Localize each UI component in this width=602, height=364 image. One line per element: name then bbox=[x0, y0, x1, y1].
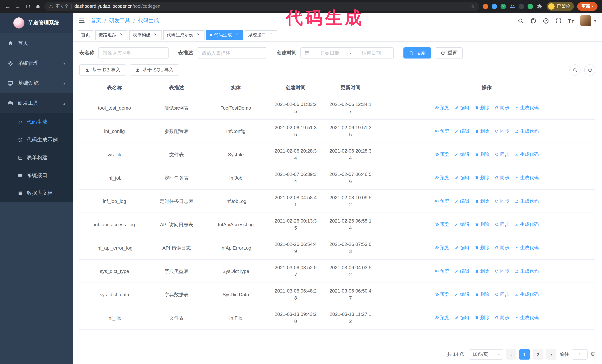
bookmark-star-icon[interactable]: ☆ bbox=[471, 3, 475, 9]
tab-home[interactable]: 首页 bbox=[78, 30, 93, 40]
sidebar-item-home[interactable]: 首页 bbox=[0, 33, 73, 53]
delete-link[interactable]: 删除 bbox=[474, 268, 489, 275]
help-icon[interactable] bbox=[543, 18, 549, 24]
tab-trace[interactable]: 链路追踪 × bbox=[95, 30, 128, 40]
generate-code-link[interactable]: 生成代码 bbox=[515, 314, 539, 321]
generate-code-link[interactable]: 生成代码 bbox=[515, 268, 539, 275]
font-size-icon[interactable]: TT bbox=[568, 18, 574, 24]
app-logo[interactable]: 芋道管理系统 bbox=[0, 13, 73, 33]
sync-link[interactable]: 同步 bbox=[494, 151, 509, 158]
edit-link[interactable]: 编辑 bbox=[455, 198, 469, 205]
import-db-button[interactable]: 基于 DB 导入 bbox=[79, 64, 126, 75]
address-bar[interactable]: ⚠ 不安全 dashboard.yudao.iocoder.cn/tool/co… bbox=[44, 2, 480, 11]
delete-link[interactable]: 删除 bbox=[474, 314, 489, 321]
sync-link[interactable]: 同步 bbox=[494, 104, 509, 111]
generate-code-link[interactable]: 生成代码 bbox=[515, 244, 539, 251]
sidebar-item-codegen[interactable]: 代码生成 bbox=[0, 113, 73, 131]
caret-down-icon[interactable]: ▾ bbox=[594, 19, 596, 23]
profile-chip[interactable]: 已暂停 bbox=[547, 2, 574, 11]
generate-code-link[interactable]: 生成代码 bbox=[515, 128, 539, 135]
prev-page-button[interactable]: ‹ bbox=[506, 349, 516, 360]
extension-icon[interactable] bbox=[483, 3, 488, 9]
extension-icon[interactable]: V bbox=[501, 3, 506, 9]
sync-link[interactable]: 同步 bbox=[494, 244, 509, 251]
generate-code-link[interactable]: 生成代码 bbox=[515, 104, 539, 111]
extension-icon[interactable] bbox=[492, 3, 497, 9]
tab-codegen-example[interactable]: 代码生成示例 × bbox=[163, 30, 204, 40]
extension-icon[interactable] bbox=[519, 3, 524, 9]
breadcrumb-item-dev-tools[interactable]: 研发工具 bbox=[109, 17, 130, 24]
github-icon[interactable] bbox=[530, 18, 536, 24]
puzzle-extension-icon[interactable] bbox=[537, 3, 543, 9]
edit-link[interactable]: 编辑 bbox=[455, 314, 469, 321]
preview-link[interactable]: 预览 bbox=[435, 174, 449, 181]
delete-link[interactable]: 删除 bbox=[474, 244, 489, 251]
people-extension-icon[interactable] bbox=[510, 3, 516, 9]
page-button-1[interactable]: 1 bbox=[519, 349, 530, 360]
reload-button[interactable] bbox=[24, 3, 31, 9]
preview-link[interactable]: 预览 bbox=[435, 128, 449, 135]
close-icon[interactable]: × bbox=[153, 32, 158, 38]
reset-button[interactable]: 重置 bbox=[435, 47, 463, 59]
preview-link[interactable]: 预览 bbox=[435, 104, 449, 111]
preview-link[interactable]: 预览 bbox=[435, 221, 449, 228]
update-button[interactable]: 更新 ▾ bbox=[577, 2, 598, 10]
delete-link[interactable]: 删除 bbox=[474, 104, 489, 111]
goto-page-input[interactable] bbox=[572, 349, 588, 360]
edit-link[interactable]: 编辑 bbox=[455, 104, 469, 111]
page-size-select[interactable]: 10条/页 ▾ bbox=[469, 349, 503, 360]
sidebar-item-db-doc[interactable]: 数据库文档 bbox=[0, 184, 73, 202]
sidebar-item-system-mgmt[interactable]: 系统管理 ▾ bbox=[0, 53, 73, 73]
forward-button[interactable]: → bbox=[14, 3, 21, 10]
user-avatar[interactable] bbox=[580, 15, 591, 26]
extension-icon[interactable] bbox=[528, 3, 533, 9]
sidebar-item-form-builder[interactable]: 表单构建 bbox=[0, 149, 73, 167]
table-name-input[interactable] bbox=[98, 47, 168, 59]
sync-link[interactable]: 同步 bbox=[494, 268, 509, 275]
edit-link[interactable]: 编辑 bbox=[455, 268, 469, 275]
tab-system-api[interactable]: 系统接口 × bbox=[245, 30, 277, 40]
generate-code-link[interactable]: 生成代码 bbox=[515, 198, 539, 205]
close-icon[interactable]: × bbox=[268, 32, 274, 38]
close-icon[interactable]: × bbox=[196, 32, 201, 38]
preview-link[interactable]: 预览 bbox=[435, 268, 449, 275]
toggle-search-button[interactable] bbox=[570, 64, 580, 75]
preview-link[interactable]: 预览 bbox=[435, 151, 449, 158]
preview-link[interactable]: 预览 bbox=[435, 314, 449, 321]
sync-link[interactable]: 同步 bbox=[494, 314, 509, 321]
edit-link[interactable]: 编辑 bbox=[455, 128, 469, 135]
delete-link[interactable]: 删除 bbox=[474, 128, 489, 135]
tab-form-builder[interactable]: 表单构建 × bbox=[129, 30, 161, 40]
refresh-table-button[interactable] bbox=[584, 64, 595, 75]
search-button[interactable]: 搜索 bbox=[403, 47, 431, 59]
sidebar-item-codegen-example[interactable]: 代码生成示例 bbox=[0, 131, 73, 149]
next-page-button[interactable]: › bbox=[546, 349, 556, 360]
back-button[interactable]: ← bbox=[4, 3, 11, 10]
sync-link[interactable]: 同步 bbox=[494, 198, 509, 205]
generate-code-link[interactable]: 生成代码 bbox=[515, 291, 539, 298]
breadcrumb-item-home[interactable]: 首页 bbox=[91, 17, 101, 24]
sidebar-item-dev-tools[interactable]: 研发工具 ▴ bbox=[0, 93, 73, 113]
generate-code-link[interactable]: 生成代码 bbox=[515, 221, 539, 228]
delete-link[interactable]: 删除 bbox=[474, 291, 489, 298]
preview-link[interactable]: 预览 bbox=[435, 291, 449, 298]
sync-link[interactable]: 同步 bbox=[494, 174, 509, 181]
edit-link[interactable]: 编辑 bbox=[455, 244, 469, 251]
sidebar-item-infrastructure[interactable]: 基础设施 ▾ bbox=[0, 73, 73, 93]
close-icon[interactable]: × bbox=[118, 32, 124, 38]
sync-link[interactable]: 同步 bbox=[494, 221, 509, 228]
sidebar-item-system-api[interactable]: 系统接口 bbox=[0, 167, 73, 184]
preview-link[interactable]: 预览 bbox=[435, 198, 449, 205]
edit-link[interactable]: 编辑 bbox=[455, 221, 469, 228]
edit-link[interactable]: 编辑 bbox=[455, 151, 469, 158]
close-icon[interactable]: × bbox=[234, 32, 240, 38]
generate-code-link[interactable]: 生成代码 bbox=[515, 174, 539, 181]
hamburger-icon[interactable] bbox=[78, 17, 85, 24]
sync-link[interactable]: 同步 bbox=[494, 128, 509, 135]
delete-link[interactable]: 删除 bbox=[474, 174, 489, 181]
date-range-picker[interactable]: - bbox=[301, 47, 394, 59]
edit-link[interactable]: 编辑 bbox=[455, 291, 469, 298]
fullscreen-icon[interactable] bbox=[555, 18, 561, 24]
start-date-input[interactable] bbox=[311, 50, 348, 56]
page-button-2[interactable]: 2 bbox=[533, 349, 543, 360]
